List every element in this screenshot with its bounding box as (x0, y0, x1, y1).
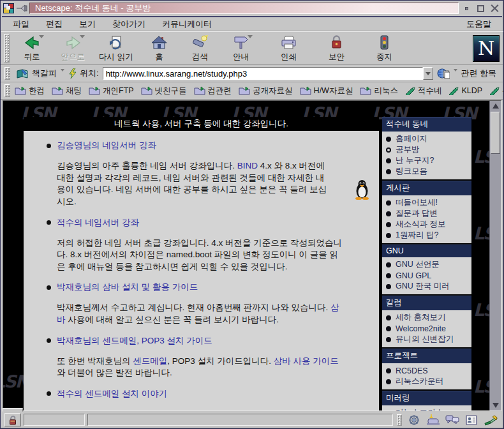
security-status-button[interactable] (4, 413, 21, 426)
section-paragraph: 저의 허접한 네임 서버 초급 강좌입니다. 4.x 버전을 기준으로 작성되었… (57, 237, 343, 273)
sidebar-group: 세하 훔쳐보기 Welcome2nite 유니의 신변잡기 (382, 310, 471, 347)
personal-toolbar-grip[interactable] (4, 84, 10, 97)
section-link[interactable]: 적수의 센드메일 설치 이야기 (57, 388, 167, 400)
sidebar-item-who-am-i[interactable]: 난 누구지? (382, 155, 471, 166)
sidebar-item-tips[interactable]: 1원짜리 팁? (382, 230, 471, 241)
bookmark-folder-computer[interactable]: 컴관련 (191, 84, 235, 98)
stop-button[interactable]: 중지 (366, 33, 403, 64)
bullet-open-icon (386, 147, 391, 153)
minimize-button[interactable] (461, 3, 473, 14)
sidebar-item-links[interactable]: 링크모음 (382, 166, 471, 177)
bookmarks-button[interactable]: 책갈피 (12, 66, 68, 80)
sidebar-item-welcome2nite[interactable]: Welcome2nite (382, 323, 471, 334)
bullet-icon (386, 262, 391, 267)
netscape-logo[interactable]: N (473, 35, 500, 62)
home-icon (151, 34, 168, 51)
sidebar-item-qna[interactable]: 질문과 답변 (382, 208, 471, 219)
menubar: 파일 편집 보기 찾아가기 커뮤니케이터 도움말 (1, 17, 503, 31)
location-lightning-icon[interactable] (68, 68, 77, 79)
bullet-icon (386, 169, 391, 174)
section-link[interactable]: 적수의 네임서버 강좌 (57, 217, 139, 229)
menu-file[interactable]: 파일 (4, 17, 38, 31)
sidebar-item-gnu-manifesto[interactable]: GNU 선언문 (382, 259, 471, 270)
sidebar-item-uni[interactable]: 유니의 신변잡기 (382, 334, 471, 345)
sidebar-item-linux-counter[interactable]: 리눅스카운터 (382, 376, 471, 387)
navigator-component-button[interactable] (405, 413, 423, 426)
scroll-up-button[interactable] (490, 101, 501, 111)
sidebar-item-gnu-korea-mirror[interactable]: GNU 한국 미러 (382, 281, 471, 292)
progress-field (24, 414, 85, 426)
related-dropdown-icon (454, 69, 457, 72)
component-bar-grip[interactable] (397, 414, 402, 426)
security-button[interactable]: 보안 (318, 33, 355, 64)
sidebar-item-chatter[interactable]: 떠들어보세! (382, 197, 471, 208)
bullet-icon (386, 337, 391, 342)
url-dropdown-button[interactable] (423, 67, 433, 80)
maximize-button[interactable] (475, 3, 487, 14)
netscape-logo-letter: N (478, 37, 494, 59)
close-button[interactable] (489, 3, 501, 14)
home-button[interactable]: 홈 (140, 33, 177, 64)
sidebar-item-study-room[interactable]: 공부방 (382, 144, 471, 155)
print-icon (280, 34, 297, 51)
bookmark-folder-chat[interactable]: 채팅 (49, 84, 84, 98)
scroll-down-button[interactable] (490, 400, 501, 410)
forward-button[interactable]: 앞으로 (54, 33, 91, 64)
component-bar-tab[interactable] (3, 408, 23, 412)
related-items-button[interactable]: 관련 항목 (433, 66, 500, 80)
reload-button[interactable]: 다시 읽기 (95, 33, 137, 64)
sidebar-item-rc5des[interactable]: RC5DES (382, 365, 471, 376)
section-link[interactable]: 김승영님의 네임서버 강좌 (57, 140, 156, 151)
bookmark-kldp[interactable]: KLDP (446, 85, 485, 96)
bullet-icon (386, 326, 391, 331)
bookmark-folder-public-files[interactable]: 공개자료실 (236, 84, 295, 98)
menu-go[interactable]: 찾아가기 (104, 17, 154, 31)
pushpin-icon[interactable] (16, 4, 27, 13)
browser-viewport: LSN LSN LSN LSN LSN LSN LSN LSN LSN LSN … (3, 100, 501, 411)
sidebar-group: 홈페이지 공부방 난 누구지? 링크모음 (382, 132, 471, 179)
mailbox-component-button[interactable] (424, 413, 442, 426)
sidebar-item-linuxfocus[interactable]: 리눅스포커스 (382, 407, 471, 410)
bookmark-folder-personal-ftp[interactable]: 개인FTP (86, 84, 137, 98)
vertical-scrollbar[interactable] (489, 101, 501, 410)
bullet-icon (386, 211, 391, 216)
menu-view[interactable]: 보기 (71, 17, 104, 31)
bullet-icon (386, 222, 391, 227)
print-button[interactable]: 인쇄 (270, 33, 307, 64)
section-link[interactable]: 박재호님의 센드메일, POP3 설치 가이드 (57, 335, 212, 347)
section-nameserver-kim: 김승영님의 네임서버 강좌 김승영님의 아주 훌륭한 네임 서버 강좌입니다. … (24, 140, 379, 208)
composer-component-button[interactable] (482, 413, 500, 426)
sidebar-item-gnu-gpl[interactable]: GNU GPL (382, 270, 471, 281)
url-input[interactable] (103, 67, 424, 80)
bookmark-jeoksu[interactable]: 적수네 (403, 84, 445, 98)
bullet-icon (47, 220, 51, 225)
sidebar-item-homepage[interactable]: 홈페이지 (382, 133, 471, 144)
bookmark-sanihome[interactable]: 산이홈V.4.0 (487, 84, 503, 98)
bookmark-folder-linux[interactable]: 리눅스 (357, 84, 401, 98)
scrollbar-thumb[interactable] (491, 112, 500, 154)
inline-link-samba-guide[interactable]: 삼바 사용 가이드 (274, 356, 339, 366)
guide-button[interactable]: 안내 (222, 33, 259, 64)
bookmark-folder-netfriends[interactable]: 넷친구들 (138, 84, 189, 98)
discussions-component-button[interactable] (443, 413, 461, 426)
addressbar-grip[interactable] (4, 67, 10, 80)
bookmark-folder-hancom[interactable]: 한컴 (12, 84, 47, 98)
menu-edit[interactable]: 편집 (38, 17, 71, 31)
component-bar (396, 413, 500, 426)
menu-communicator[interactable]: 커뮤니케이터 (154, 17, 220, 31)
window-title[interactable]: Netscape: 적수네 동네 - 공부방 (29, 3, 459, 14)
menu-help[interactable]: 도움말 (458, 17, 500, 31)
toolbar-grip[interactable] (4, 34, 10, 63)
inline-link-bind[interactable]: BIND (237, 161, 258, 170)
bullet-icon (386, 137, 391, 142)
folder-icon (141, 86, 152, 95)
search-button[interactable]: 검색 (181, 33, 218, 64)
inline-link-sendmail[interactable]: 센드메일 (133, 356, 167, 366)
navigation-toolbar: 뒤로 앞으로 다시 읽기 홈 (1, 31, 503, 65)
sidebar-item-news[interactable]: 새소식과 정보 (382, 219, 471, 230)
address-book-component-button[interactable] (463, 413, 480, 426)
sidebar-item-seha[interactable]: 세하 훔쳐보기 (382, 312, 471, 323)
bookmark-folder-hw-files[interactable]: H/W자료실 (297, 84, 356, 98)
section-link[interactable]: 박재호님의 삼바 설치 및 활용 가이드 (57, 282, 198, 293)
back-button[interactable]: 뒤로 (13, 33, 50, 64)
